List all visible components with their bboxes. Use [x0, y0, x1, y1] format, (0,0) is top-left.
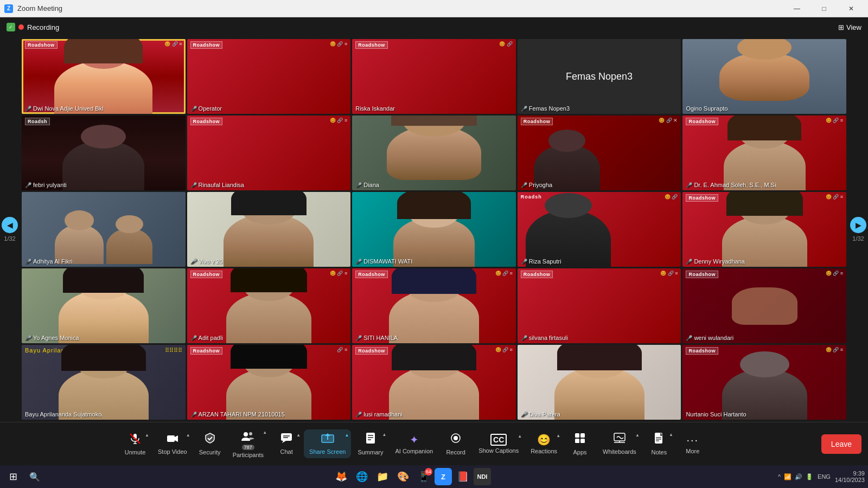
participant-cell-8[interactable]: 🎤 Diana [352, 115, 516, 190]
participant-cell-23[interactable]: Roadshow 😊 🔗 ≡ 🎤 lusi ramadhani [352, 345, 516, 420]
toolbar: ▲ Unmute ▲ Stop Video [0, 422, 868, 465]
femas-name-display: Femas Nopen3 [566, 71, 633, 82]
ai-companion-button[interactable]: ✦ AI Companion [390, 430, 438, 458]
taskbar-phone[interactable]: 📱 64 [414, 467, 433, 486]
participant-cell-14[interactable]: Roadsh 😊 🔗 🎤 Riza Saputri [518, 192, 681, 267]
record-button[interactable]: Record [439, 429, 472, 459]
clock-date: 14/10/2023 [835, 477, 865, 483]
minimize-button[interactable]: — [784, 0, 809, 17]
participant-name-17: 🎤 Adit padli [190, 335, 223, 341]
view-button[interactable]: ⊞ View [838, 23, 861, 31]
participant-name-21: Bayu Aprilananda Sujatmoko [25, 411, 101, 418]
participant-cell-11[interactable]: 🎤 Adhitya Al Fikri [22, 192, 186, 267]
chat-caret[interactable]: ▲ [296, 433, 301, 438]
svg-point-7 [249, 432, 252, 435]
participant-cell-22[interactable]: Roadshow 🔗 ≡ 🎤 ARZAN TAHARI NPM 21010015 [187, 345, 351, 420]
next-page-button[interactable]: ▶ [850, 217, 866, 233]
svg-rect-20 [575, 433, 579, 438]
more-button[interactable]: ··· More [676, 431, 709, 458]
participant-cell-20[interactable]: Roadshow 😊 🔗 ≡ 🎤 weni wulandari [682, 268, 846, 343]
taskbar-edge[interactable]: 🌐 [352, 467, 372, 486]
participant-cell-15[interactable]: Roadshow 😊 🔗 ≡ 🎤 Denny Wiryadhana [682, 192, 846, 267]
taskbar-explorer[interactable]: 📁 [373, 467, 392, 486]
security-label: Security [199, 449, 221, 455]
whiteboards-icon [614, 433, 626, 447]
recording-bar: ✓ Recording ⊞ View [0, 17, 868, 37]
svg-rect-23 [580, 439, 585, 443]
search-button[interactable]: 🔍 [25, 467, 44, 486]
summary-button[interactable]: ▲ Summary [352, 429, 388, 459]
participants-button[interactable]: ▲ 787 Participants [227, 427, 269, 461]
record-icon [450, 432, 462, 447]
maximize-button[interactable]: □ [812, 0, 837, 17]
stop-video-caret[interactable]: ▲ [186, 433, 190, 438]
participant-cell-10[interactable]: Roadshow 😊 🔗 ≡ 🎤 Dr. E. Ahmad Soleh, S.E… [682, 115, 846, 190]
participant-name-25: Nurtanio Suci Hartanto [686, 411, 746, 418]
captions-caret[interactable]: ▲ [518, 434, 522, 439]
share-screen-button[interactable]: ▲ Share Screen [304, 429, 351, 458]
participant-cell-13[interactable]: 🎤 DISMAWATI WATI [352, 192, 516, 267]
whiteboards-caret[interactable]: ▲ [635, 433, 640, 438]
tray-expand[interactable]: ^ [778, 473, 781, 480]
participant-cell-17[interactable]: Roadshow 😊 🔗 ≡ 🎤 Adit padli [187, 268, 351, 343]
participant-cell-1[interactable]: Roadshow 😊 🔗 ≡ 🎤 Dwi Nova Adjie.Unived B… [22, 39, 186, 114]
svg-marker-9 [282, 441, 286, 443]
taskbar-acrobat[interactable]: 📕 [453, 467, 473, 486]
participant-cell-4[interactable]: Femas Nopen3 🎤 Femas Nopen3 [518, 39, 681, 114]
close-button[interactable]: ✕ [839, 0, 864, 17]
start-button[interactable]: ⊞ [3, 467, 23, 486]
roadshow-icons-20: 😊 🔗 ≡ [826, 271, 843, 276]
participant-cell-18[interactable]: Roadshow 😊 🔗 ≡ 🎤 SITI HANILA [352, 268, 516, 343]
mute-icon-9: 🎤 [521, 182, 527, 188]
participant-cell-19[interactable]: Roadshow 😊 🔗 ≡ 🎤 silvana firtasuli [518, 268, 681, 343]
mute-icon-24: 🎤 [521, 412, 527, 418]
reactions-caret[interactable]: ▲ [556, 433, 560, 438]
participants-caret[interactable]: ▲ [263, 430, 267, 435]
security-button[interactable]: Security [194, 429, 226, 459]
participant-cell-3[interactable]: Roadshow 😊 🔗 Riska Iskandar [352, 39, 516, 114]
taskbar-firefox[interactable]: 🦊 [331, 467, 351, 486]
volume-icon[interactable]: 🔊 [795, 473, 802, 480]
stop-video-button[interactable]: ▲ Stop Video [152, 429, 193, 458]
participant-cell-6[interactable]: Roadsh 🎤 febri yulyanti [22, 115, 186, 190]
participant-cell-5[interactable]: Ogino Suprapto [682, 39, 846, 114]
zoom-icon: Z [4, 4, 13, 13]
apps-button[interactable]: Apps [564, 429, 596, 459]
mute-icon-6: 🎤 [25, 182, 31, 188]
participant-cell-2[interactable]: Roadshow 😊 🔗 ≡ 🎤 Operator [187, 39, 351, 114]
participant-cell-24[interactable]: 🎤 Diva Parera [518, 345, 681, 420]
notes-button[interactable]: ▲ Notes [643, 429, 675, 459]
share-screen-caret[interactable]: ▲ [344, 433, 349, 438]
participant-cell-21[interactable]: Bayu Aprilananda ⠿⠿⠿⠿ Bayu Aprilananda S… [22, 345, 186, 420]
prev-page-button[interactable]: ◀ [2, 217, 18, 233]
summary-caret[interactable]: ▲ [382, 432, 387, 437]
svg-marker-5 [175, 435, 178, 442]
chat-button[interactable]: ▲ Chat [270, 429, 303, 458]
mute-icon-19: 🎤 [521, 335, 527, 341]
unmute-button[interactable]: ▲ Unmute [119, 429, 151, 459]
unmute-label: Unmute [125, 449, 146, 455]
more-label: More [686, 448, 699, 454]
participant-cell-9[interactable]: Roadshow 😊 🔗 ✕ 🎤 Priyogha [518, 115, 681, 190]
leave-button[interactable]: Leave [821, 434, 861, 454]
notes-caret[interactable]: ▲ [669, 432, 673, 437]
show-captions-button[interactable]: ▲ CC Show Captions [473, 431, 524, 457]
whiteboards-button[interactable]: ▲ Whiteboards [597, 429, 642, 458]
nav-right[interactable]: ▶ 1/32 [848, 37, 868, 422]
unmute-caret[interactable]: ▲ [145, 433, 149, 438]
taskbar-ndi[interactable]: NDI [474, 468, 491, 485]
nav-left[interactable]: ◀ 1/32 [0, 37, 20, 422]
participant-cell-25[interactable]: Roadshow 😊 🔗 ≡ Nurtanio Suci Hartanto [682, 345, 846, 420]
participant-name-2: 🎤 Operator [190, 105, 222, 112]
reactions-button[interactable]: ▲ 😊 Reactions [525, 430, 563, 458]
participant-cell-7[interactable]: Roadshow 😊 🔗 ≡ 🎤 Rinaufal Liandisa [187, 115, 351, 190]
mute-icon-18: 🎤 [355, 335, 362, 341]
participant-name-24: 🎤 Diva Parera [521, 411, 560, 418]
mute-icon-20: 🎤 [686, 335, 692, 341]
taskbar-zoom[interactable]: Z [435, 468, 452, 485]
taskbar-paint[interactable]: 🎨 [393, 467, 413, 486]
participant-name-19: 🎤 silvana firtasuli [521, 335, 568, 341]
roadshow-logo-9: Roadshow [521, 118, 553, 125]
participant-cell-12[interactable]: 🎤 Vivo y 20 [187, 192, 351, 267]
participant-cell-16[interactable]: 🎤 Yo Agnes Monica [22, 268, 186, 343]
